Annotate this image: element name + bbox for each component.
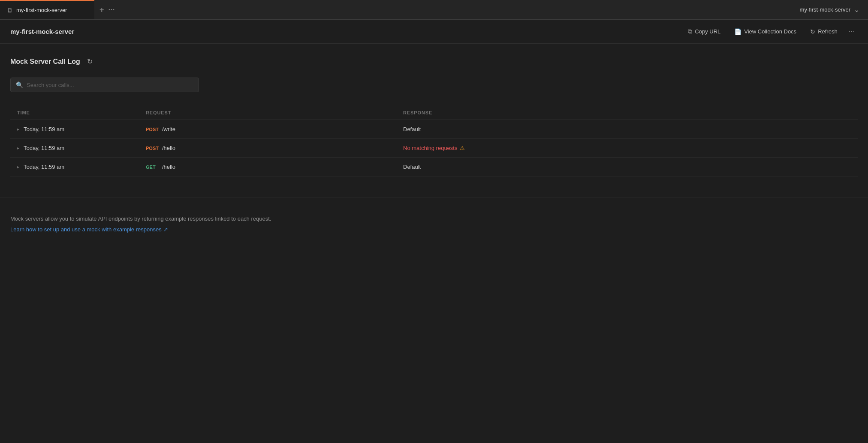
footer-link-label: Learn how to set up and use a mock with … (10, 226, 162, 233)
search-bar: 🔍 (10, 78, 199, 92)
row-time-cell: ▸Today, 11:59 am (10, 139, 139, 158)
col-header-time: TIME (10, 106, 139, 120)
server-icon: 🖥 (7, 7, 13, 14)
row-request-cell: POST/hello (139, 139, 396, 158)
active-tab[interactable]: 🖥 my-first-mock-server (0, 0, 94, 19)
row-expand-icon[interactable]: ▸ (17, 165, 19, 169)
header-actions: ⧉ Copy URL 📄 View Collection Docs ↻ Refr… (682, 25, 858, 38)
row-response-cell: Default (396, 120, 858, 139)
main-content: Mock Server Call Log ↻ 🔍 TIME REQUEST RE… (0, 44, 868, 189)
refresh-header-icon: ↻ (810, 28, 815, 35)
tab-add-controls: + ··· (94, 0, 120, 19)
row-response-cell: No matching requests⚠ (396, 139, 858, 158)
search-icon: 🔍 (16, 81, 23, 88)
table-header-row: TIME REQUEST RESPONSE (10, 106, 858, 120)
row-response-cell: Default (396, 158, 858, 177)
row-request-cell: GET/hello (139, 158, 396, 177)
copy-url-label: Copy URL (695, 28, 720, 35)
method-badge: POST (146, 145, 160, 151)
row-time-cell: ▸Today, 11:59 am (10, 120, 139, 139)
footer: Mock servers allow you to simulate API e… (0, 197, 868, 243)
section-header: Mock Server Call Log ↻ (10, 56, 858, 67)
page-title: my-first-mock-server (10, 28, 74, 35)
row-time: Today, 11:59 am (24, 126, 64, 132)
row-time-cell: ▸Today, 11:59 am (10, 158, 139, 177)
section-title: Mock Server Call Log (10, 58, 80, 66)
row-time: Today, 11:59 am (24, 145, 64, 151)
warning-icon: ⚠ (460, 145, 465, 151)
col-header-request: REQUEST (139, 106, 396, 120)
more-icon: ··· (849, 28, 854, 36)
method-badge: GET (146, 164, 160, 170)
view-docs-button[interactable]: 📄 View Collection Docs (728, 26, 802, 38)
copy-url-button[interactable]: ⧉ Copy URL (682, 25, 726, 38)
section-refresh-icon: ↻ (87, 57, 93, 66)
row-expand-icon[interactable]: ▸ (17, 127, 19, 132)
method-badge: POST (146, 126, 160, 132)
row-expand-icon[interactable]: ▸ (17, 146, 19, 150)
row-path: /hello (162, 164, 175, 170)
row-request-cell: POST/write (139, 120, 396, 139)
response-text: Default (403, 126, 421, 132)
row-path: /write (162, 126, 175, 132)
no-match-response: No matching requests⚠ (403, 145, 851, 151)
response-text: No matching requests (403, 145, 457, 151)
log-table: TIME REQUEST RESPONSE ▸Today, 11:59 amPO… (10, 106, 858, 177)
view-docs-label: View Collection Docs (744, 28, 796, 35)
tab-right-section: my-first-mock-server ⌄ (791, 0, 868, 19)
table-row[interactable]: ▸Today, 11:59 amPOST/helloNo matching re… (10, 139, 858, 158)
tab-bar: 🖥 my-first-mock-server + ··· my-first-mo… (0, 0, 868, 20)
footer-description: Mock servers allow you to simulate API e… (10, 215, 858, 224)
refresh-label: Refresh (818, 28, 838, 35)
col-header-response: RESPONSE (396, 106, 858, 120)
add-tab-button[interactable]: + (99, 6, 104, 14)
refresh-button[interactable]: ↻ Refresh (804, 26, 844, 38)
response-text: Default (403, 164, 421, 170)
external-link-icon: ↗ (163, 226, 168, 233)
footer-link[interactable]: Learn how to set up and use a mock with … (10, 226, 168, 233)
docs-icon: 📄 (734, 28, 741, 35)
tab-right-label: my-first-mock-server (800, 6, 850, 13)
row-path: /hello (162, 145, 175, 151)
header-more-button[interactable]: ··· (845, 25, 858, 38)
table-row[interactable]: ▸Today, 11:59 amGET/helloDefault (10, 158, 858, 177)
active-tab-label: my-first-mock-server (16, 7, 67, 13)
page-header: my-first-mock-server ⧉ Copy URL 📄 View C… (0, 20, 868, 44)
tab-more-button[interactable]: ··· (108, 6, 115, 14)
table-row[interactable]: ▸Today, 11:59 amPOST/writeDefault (10, 120, 858, 139)
section-refresh-button[interactable]: ↻ (85, 56, 94, 67)
copy-icon: ⧉ (688, 28, 692, 35)
tab-dropdown-icon[interactable]: ⌄ (854, 6, 859, 14)
row-time: Today, 11:59 am (24, 164, 64, 170)
search-input[interactable] (27, 82, 193, 88)
